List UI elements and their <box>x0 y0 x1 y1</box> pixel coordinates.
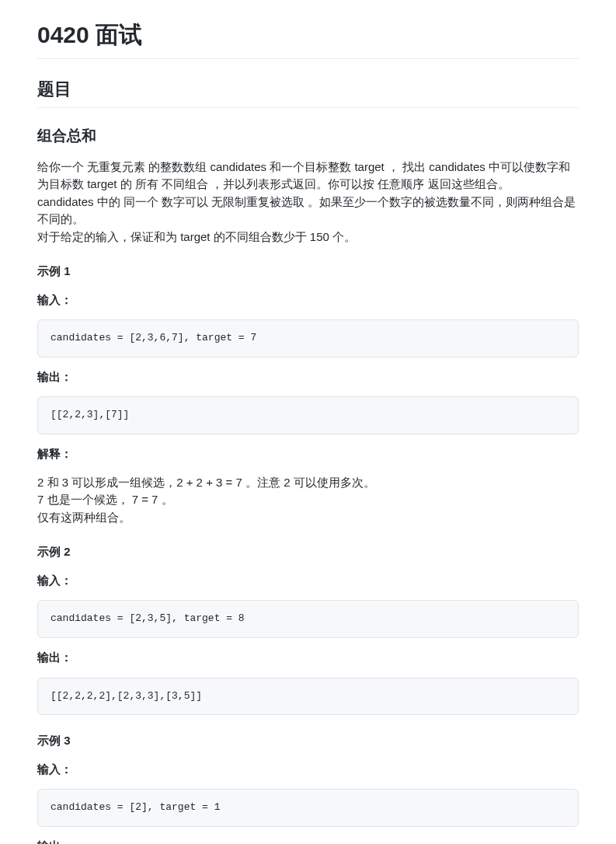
input-label: 输入： <box>37 293 72 306</box>
input-label: 输入： <box>37 574 72 587</box>
code-block-input: candidates = [2,3,6,7], target = 7 <box>37 319 579 357</box>
explain-label: 解释： <box>37 447 72 460</box>
explain-line: 仅有这两种组合。 <box>37 509 579 527</box>
explain-body: 2 和 3 可以形成一组候选，2 + 2 + 3 = 7 。注意 2 可以使用多… <box>37 474 579 527</box>
output-label: 输出： <box>37 650 72 664</box>
example-heading: 示例 3 <box>37 732 579 750</box>
section-heading: 题目 <box>37 76 579 108</box>
code-block-output: [[2,2,3],[7]] <box>37 396 579 434</box>
problem-title: 组合总和 <box>37 125 579 148</box>
code-block-input: candidates = [2], target = 1 <box>37 789 579 827</box>
example-heading: 示例 2 <box>37 543 579 561</box>
desc-line: 给你一个 无重复元素 的整数数组 candidates 和一个目标整数 targ… <box>37 159 579 194</box>
desc-line: 对于给定的输入，保证和为 target 的不同组合数少于 150 个。 <box>37 228 579 246</box>
output-label: 输出： <box>37 370 72 383</box>
page-title: 0420 面试 <box>37 17 579 59</box>
problem-description: 给你一个 无重复元素 的整数数组 candidates 和一个目标整数 targ… <box>37 159 579 246</box>
code-block-input: candidates = [2,3,5], target = 8 <box>37 600 579 638</box>
input-label: 输入： <box>37 762 72 776</box>
desc-line: candidates 中的 同一个 数字可以 无限制重复被选取 。如果至少一个数… <box>37 194 579 228</box>
code-block-output: [[2,2,2,2],[2,3,3],[3,5]] <box>37 678 579 716</box>
explain-line: 2 和 3 可以形成一组候选，2 + 2 + 3 = 7 。注意 2 可以使用多… <box>37 474 579 492</box>
output-label: 输出： <box>37 839 72 844</box>
example-heading: 示例 1 <box>37 263 579 281</box>
explain-line: 7 也是一个候选， 7 = 7 。 <box>37 491 579 509</box>
